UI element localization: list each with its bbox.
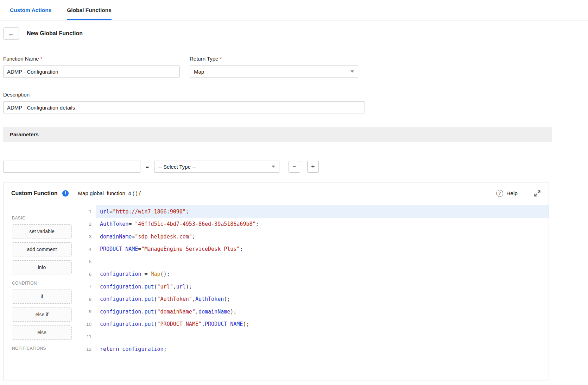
code-line[interactable]: 4PRODUCT_NAME="ManageEngine ServiceDesk … (84, 243, 549, 256)
line-number: 4 (84, 243, 96, 256)
parameter-type-value: -- Select Type -- (158, 164, 196, 170)
line-number: 6 (84, 268, 96, 281)
custom-function-header: Custom Function i Map global_function_4 … (4, 182, 549, 204)
code-line[interactable]: 8configuration.put("AuthToken",AuthToken… (84, 293, 549, 306)
parameters-title: Parameters (10, 131, 39, 137)
snippet-button-add-comment[interactable]: add comment (12, 242, 72, 256)
editor-sidebar: BASICset variableadd commentinfoCONDITIO… (4, 204, 84, 380)
form-top-row: Function Name* Return Type* Map (3, 56, 588, 77)
code-area[interactable]: 1url="http://win7-1866:9090";2AuthToken=… (84, 204, 549, 380)
line-number: 3 (84, 230, 96, 243)
code-text: configuration.put("domainName",domainNam… (96, 305, 549, 318)
required-asterisk: * (220, 56, 222, 62)
chevron-down-icon (350, 70, 354, 73)
help-button[interactable]: ? Help (496, 190, 518, 197)
tab-bar: Custom Actions Global Functions (0, 0, 588, 20)
code-line[interactable]: 1url="http://win7-1866:9090"; (84, 205, 549, 218)
code-line[interactable]: 10configuration.put("PRODUCT_NAME",PRODU… (84, 318, 549, 331)
fullscreen-icon[interactable] (534, 190, 541, 197)
code-line[interactable]: 2AuthToken= "46ffd51c-4bd7-4953-86ed-39a… (84, 218, 549, 231)
snippet-button-set-variable[interactable]: set variable (12, 224, 72, 238)
code-text: PRODUCT_NAME="ManageEngine ServiceDesk P… (96, 243, 549, 256)
line-number: 8 (84, 293, 96, 306)
equals-sign: = (146, 164, 149, 170)
line-number: 7 (84, 280, 96, 293)
parameters-section-header: Parameters (3, 127, 552, 142)
page-title: New Global Function (27, 30, 83, 37)
description-block: Description (3, 92, 588, 113)
line-number: 5 (84, 255, 96, 268)
function-name-label: Function Name* (3, 56, 180, 62)
sidebar-section-label: BASIC (12, 216, 84, 221)
code-text: configuration.put("PRODUCT_NAME",PRODUCT… (96, 318, 549, 331)
return-type-select[interactable]: Map (190, 66, 358, 77)
code-text (96, 330, 549, 343)
line-number: 1 (84, 205, 96, 218)
snippet-button-else[interactable]: else (12, 325, 72, 340)
back-button[interactable]: ← (4, 27, 19, 39)
tab-custom-actions[interactable]: Custom Actions (10, 0, 51, 20)
code-text: url="http://win7-1866:9090"; (96, 205, 549, 218)
snippet-button-else-if[interactable]: else if (12, 308, 72, 322)
parameter-type-select[interactable]: -- Select Type -- (154, 161, 279, 173)
line-number: 11 (84, 330, 96, 343)
add-parameter-button[interactable]: + (307, 161, 319, 173)
line-number: 2 (84, 218, 96, 231)
code-line[interactable]: 12return configuration; (84, 343, 549, 356)
custom-function-panel: Custom Function i Map global_function_4 … (3, 182, 549, 380)
sidebar-section-label: NOTIFICATIONS (12, 346, 84, 351)
parameter-row: = -- Select Type -- − + (3, 161, 588, 173)
code-text: return configuration; (96, 343, 549, 356)
code-text: configuration.put("url",url); (96, 280, 549, 293)
code-line[interactable]: 11 (84, 330, 549, 343)
line-number: 9 (84, 305, 96, 318)
required-asterisk: * (40, 56, 43, 62)
code-line[interactable]: 7configuration.put("url",url); (84, 280, 549, 293)
function-name-input[interactable] (3, 66, 180, 77)
sidebar-section-label: CONDITION (12, 281, 84, 286)
tab-global-functions[interactable]: Global Functions (67, 0, 112, 20)
code-text (96, 255, 549, 268)
description-input[interactable] (3, 101, 365, 113)
back-arrow-icon: ← (8, 30, 15, 37)
code-text: domainName="sdp-helpdesk.com"; (96, 230, 549, 243)
page-header: ← New Global Function (4, 27, 588, 39)
divider (0, 149, 588, 149)
code-line[interactable]: 6configuration = Map(); (84, 268, 549, 281)
info-icon[interactable]: i (62, 190, 69, 197)
parameter-name-input[interactable] (3, 161, 140, 173)
line-number: 10 (84, 318, 96, 331)
function-signature: Map global_function_4 ( ) { (78, 190, 141, 196)
chevron-down-icon (272, 166, 275, 168)
return-type-label: Return Type* (190, 56, 358, 62)
snippet-button-if[interactable]: if (12, 290, 72, 304)
code-text: configuration.put("AuthToken",AuthToken)… (96, 293, 549, 306)
help-icon: ? (496, 190, 503, 197)
help-label: Help (506, 190, 518, 197)
code-text: configuration = Map(); (96, 268, 549, 281)
code-text: AuthToken= "46ffd51c-4bd7-4953-86ed-39a5… (96, 218, 549, 231)
return-type-value: Map (194, 69, 204, 75)
panel-title: Custom Function (11, 190, 58, 197)
remove-parameter-button[interactable]: − (289, 161, 300, 173)
code-line[interactable]: 3domainName="sdp-helpdesk.com"; (84, 230, 549, 243)
description-label: Description (3, 92, 588, 98)
code-line[interactable]: 9configuration.put("domainName",domainNa… (84, 305, 549, 318)
snippet-button-info[interactable]: info (12, 260, 72, 274)
line-number: 12 (84, 343, 96, 356)
code-line[interactable]: 5 (84, 255, 549, 268)
